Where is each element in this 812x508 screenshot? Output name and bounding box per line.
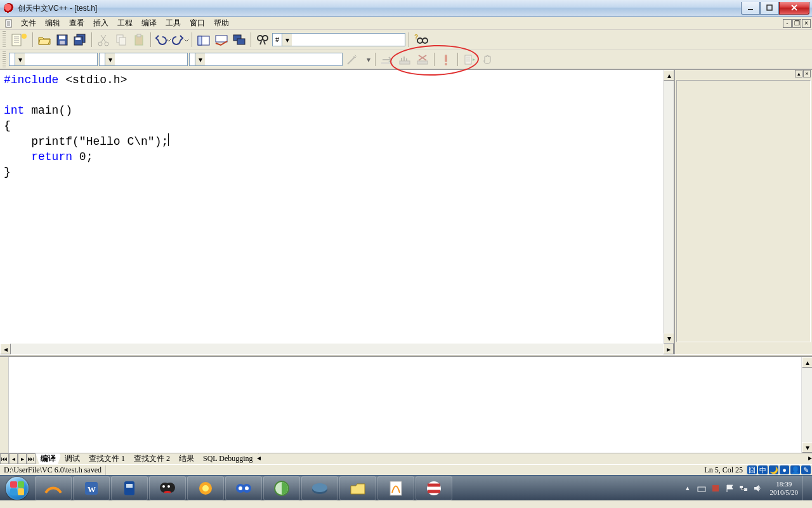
open-button[interactable] [36,32,53,48]
scroll-up-icon[interactable]: ▴ [802,357,812,368]
taskbar-item[interactable] [339,476,376,500]
editor-vscroll[interactable]: ▴ ▾ [663,70,674,344]
pane-min-button[interactable]: ▴ [795,70,802,77]
output-body[interactable] [9,357,801,453]
scroll-up-icon[interactable]: ▴ [664,70,674,81]
menu-project[interactable]: 工程 [113,17,137,30]
taskbar-item[interactable] [111,476,148,500]
taskbar-item[interactable] [225,476,262,500]
tab-nav-first[interactable]: ⏮ [0,453,9,464]
taskbar-clock[interactable]: 18:39 2010/5/20 [769,480,798,497]
tray-volume-icon[interactable] [752,483,763,493]
paste-button[interactable] [131,32,147,48]
side-pane-body[interactable] [676,80,811,342]
maximize-button[interactable] [760,2,779,15]
compile-button[interactable] [379,51,395,68]
menu-edit[interactable]: 编辑 [41,17,65,30]
find-in-files-button[interactable]: ? [412,32,429,48]
build-button[interactable] [396,51,413,68]
tab-nav-next[interactable]: ▸ [18,453,27,464]
copy-button[interactable] [113,32,129,48]
execute-button[interactable] [438,51,454,68]
tab-nav-prev[interactable]: ◂ [9,453,18,464]
titlebar: 创天中文VC++ - [test.h] [0,0,812,17]
menu-insert[interactable]: 插入 [89,17,113,30]
tray-icon[interactable] [710,483,721,493]
menu-window[interactable]: 窗口 [185,17,209,30]
code-editor[interactable]: #include <stdio.h> int main() { printf("… [0,70,663,344]
tab-nav-last[interactable]: ⏭ [27,453,36,464]
toolbar-grip[interactable] [3,31,6,48]
scroll-down-icon[interactable]: ▾ [802,442,812,453]
close-button[interactable] [779,2,809,15]
class-combo[interactable]: ▾ [9,53,98,66]
taskbar-item[interactable] [187,476,224,500]
menu-file[interactable]: 文件 [16,17,41,30]
member-combo[interactable]: ▾ [99,53,188,66]
find-button[interactable] [254,32,271,48]
pane-close-button[interactable]: × [803,70,811,77]
taskbar-item[interactable] [377,476,414,500]
tab-debug[interactable]: 调试 [60,453,86,464]
scroll-right-icon[interactable]: ▸ [663,344,674,354]
window-list-button[interactable] [231,32,247,48]
save-button[interactable] [54,32,70,48]
scroll-right-icon[interactable]: ▸ [808,453,812,464]
menu-help[interactable]: 帮助 [209,17,233,30]
tab-sql[interactable]: SQL Debugging [198,453,259,464]
cut-button[interactable] [95,32,112,48]
taskbar-item[interactable] [35,476,72,500]
mdi-minimize-button[interactable]: - [783,19,792,28]
undo-button[interactable] [154,32,171,48]
mdi-close-button[interactable]: × [802,19,811,28]
new-text-button[interactable] [9,32,29,48]
minimize-button[interactable] [741,2,760,15]
save-all-button[interactable] [72,32,88,48]
config-combo[interactable]: ▾ [189,53,343,66]
taskbar-item[interactable]: W [73,476,110,500]
ime-icon[interactable]: ✎ [801,465,811,474]
scroll-left-icon[interactable]: ◂ [0,344,11,354]
ime-icon[interactable]: ● [780,465,789,474]
toolbar-grip[interactable] [3,51,6,67]
tab-compile[interactable]: 编译 [36,453,62,464]
menu-view[interactable]: 查看 [65,17,89,30]
svg-rect-1 [767,5,772,10]
tray-icon[interactable] [697,483,707,493]
taskbar: W ▴ 18:39 2010/5/20 [0,475,812,500]
scroll-down-icon[interactable]: ▾ [664,333,674,344]
menu-tools[interactable]: 工具 [161,17,185,30]
tab-find1[interactable]: 查找文件 1 [84,453,131,464]
ime-icon[interactable]: 中 [758,465,768,474]
ime-icon[interactable]: 囧 [747,465,757,474]
stop-build-button[interactable] [414,51,431,68]
ime-icon[interactable]: 👤 [790,465,800,474]
show-desktop-button[interactable] [802,476,808,501]
tray-flag-icon[interactable] [724,483,735,493]
taskbar-item[interactable] [301,476,338,500]
taskbar-item[interactable] [416,476,452,500]
wand-button[interactable] [344,51,360,68]
taskbar-item[interactable] [149,476,186,500]
clock-time: 18:39 [769,480,798,488]
mdi-restore-button[interactable]: ❐ [792,19,801,28]
start-button[interactable] [0,476,34,501]
output-toggle-button[interactable] [213,32,230,48]
toolbar-build: ▾ ▾ ▾ ▾ [0,50,812,69]
output-vscroll[interactable]: ▴▾ [801,357,812,453]
chevron-down-icon[interactable]: ▾ [365,55,372,64]
find-combo[interactable]: #▾ [272,33,405,46]
go-button[interactable] [461,51,478,68]
workspace-button[interactable] [195,32,212,48]
menu-compile[interactable]: 编译 [137,17,161,30]
ime-bar[interactable]: 囧 中 🌙 ● 👤 ✎ [747,465,811,474]
editor-hscroll[interactable]: ◂ ▸ [0,344,812,354]
breakpoint-hand-icon[interactable] [479,51,495,68]
tray-network-icon[interactable] [738,483,749,493]
tray-up-icon[interactable]: ▴ [683,483,693,493]
ime-icon[interactable]: 🌙 [769,465,778,474]
taskbar-item[interactable] [263,476,300,500]
tab-find2[interactable]: 查找文件 2 [129,453,176,464]
redo-button[interactable] [172,32,188,48]
tab-results[interactable]: 结果 [174,453,200,464]
